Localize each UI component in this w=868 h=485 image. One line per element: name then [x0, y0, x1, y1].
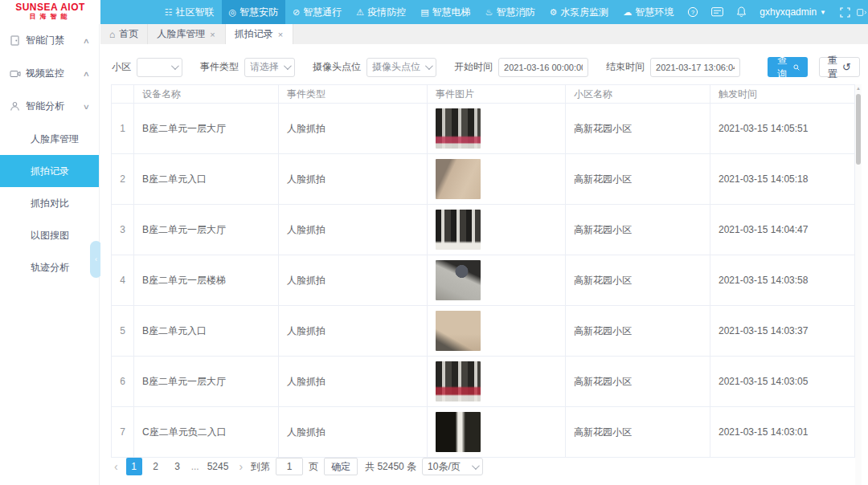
select-placeholder: 摄像头点位: [372, 60, 420, 74]
capture-thumbnail[interactable]: [436, 260, 481, 300]
nav-item-smart-fire[interactable]: ♨ 智慧消防: [478, 0, 542, 24]
header-event: 事件类型: [279, 85, 428, 104]
table-row[interactable]: 6 B座二单元一层大厅 人脸抓拍 高新花园小区 2021-03-15 14:03…: [112, 357, 855, 407]
goto-confirm-button[interactable]: 确定: [324, 458, 358, 475]
sidebar-item-capture-records[interactable]: 抓拍记录: [0, 155, 99, 187]
top-bar: SUNSEA AIOT 日海智能 ☷ 社区智联 ◎ 智慧安防 ⊘ 智慧通行 ⚠ …: [0, 0, 868, 24]
filter-bar: 小区 事件类型 请选择 摄像头点位 摄像头点位 开始时间 结束时间: [112, 57, 860, 77]
cell-device: B座二单元入口: [134, 154, 279, 205]
nav-item-smart-elevator[interactable]: ▤ 智慧电梯: [413, 0, 477, 24]
nav-label: 疫情防控: [367, 6, 406, 19]
header-index: [112, 85, 134, 104]
start-time-label: 开始时间: [454, 60, 493, 74]
camera-select[interactable]: 摄像头点位: [366, 58, 436, 77]
capture-records-table: 设备名称 事件类型 事件图片 小区名称 触发时间 1 B座二单元一层大厅 人脸抓…: [111, 84, 855, 458]
row-index: 7: [112, 407, 134, 458]
message-icon[interactable]: [705, 0, 729, 24]
nav-item-smart-security[interactable]: ◎ 智慧安防: [222, 0, 286, 24]
nav-item-smart-environment[interactable]: ☁ 智慧环境: [616, 0, 681, 24]
community-select[interactable]: [137, 58, 182, 77]
table-row[interactable]: 4 B座二单元一层楼梯 人脸抓拍 高新花园小区 2021-03-15 14:03…: [112, 255, 855, 306]
tab-label: 抓拍记录: [235, 27, 273, 41]
scrollbar-thumb[interactable]: [856, 94, 861, 165]
bell-icon[interactable]: [729, 0, 753, 24]
sidebar-item-track-analysis[interactable]: 轨迹分析: [0, 251, 99, 283]
chevron-down-icon: [171, 62, 179, 70]
tab-capture-records[interactable]: 抓拍记录 ×: [226, 24, 293, 44]
chevron-down-icon: [425, 62, 433, 70]
nav-item-pump-monitor[interactable]: ⚙ 水泵房监测: [542, 0, 616, 24]
nav-item-community-link[interactable]: ☷ 社区智联: [158, 0, 222, 24]
event-type-select[interactable]: 请选择: [244, 58, 295, 77]
sidebar-item-face-library[interactable]: 人脸库管理: [0, 123, 99, 155]
sidebar-item-video-monitor[interactable]: 视频监控 ∧: [0, 57, 99, 90]
capture-thumbnail[interactable]: [436, 361, 481, 401]
capture-thumbnail[interactable]: [436, 159, 481, 199]
next-page-icon[interactable]: ›: [236, 460, 245, 473]
cell-community: 高新花园小区: [566, 255, 710, 306]
logout-icon[interactable]: [857, 0, 868, 24]
header-time: 触发时间: [710, 85, 855, 104]
cell-time: 2021-03-15 14:05:51: [710, 104, 855, 154]
page-size-select[interactable]: 10条/页: [422, 458, 483, 475]
header-image: 事件图片: [428, 85, 566, 104]
goto-page-input[interactable]: [276, 458, 303, 475]
sidebar-item-access-control[interactable]: 智能门禁 ∧: [0, 24, 99, 57]
row-index: 3: [112, 205, 134, 255]
camera-filter-label: 摄像头点位: [313, 60, 361, 74]
table-scrollbar[interactable]: ▲: [855, 84, 862, 485]
cell-community: 高新花园小区: [566, 205, 710, 255]
cell-community: 高新花园小区: [566, 104, 710, 154]
sidebar-item-smart-analysis[interactable]: 智能分析 ∨: [0, 90, 99, 123]
close-icon[interactable]: ×: [277, 30, 284, 39]
reset-button[interactable]: 重置 ↺: [819, 57, 860, 77]
nav-label: 智慧安防: [240, 6, 278, 19]
sidebar-item-image-search[interactable]: 以图搜图: [0, 219, 99, 251]
page-button-3[interactable]: 3: [170, 458, 186, 475]
chevron-down-icon: [284, 62, 292, 70]
tab-home[interactable]: ⌂ 首页: [100, 24, 148, 44]
capture-thumbnail[interactable]: [436, 311, 481, 351]
table-row[interactable]: 1 B座二单元一层大厅 人脸抓拍 高新花园小区 2021-03-15 14:05…: [112, 104, 855, 154]
capture-thumbnail[interactable]: [436, 412, 481, 452]
cell-event: 人脸抓拍: [279, 205, 428, 255]
search-button[interactable]: 查询: [768, 57, 808, 77]
brand-name-cn: 日海智能: [0, 13, 100, 21]
tab-face-library[interactable]: 人脸库管理 ×: [148, 24, 225, 44]
start-time-input[interactable]: [498, 58, 588, 77]
cell-event: 人脸抓拍: [279, 154, 428, 205]
help-icon[interactable]: ?: [681, 0, 705, 24]
nav-label: 智慧通行: [303, 6, 342, 19]
fullscreen-icon[interactable]: [833, 0, 857, 24]
sidebar: 智能门禁 ∧ 视频监控 ∧ 智能分析 ∨ 人脸库管理 抓拍记录 抓拍对比 以图搜…: [0, 24, 100, 485]
tab-label: 首页: [119, 27, 138, 41]
search-button-label: 查询: [776, 54, 788, 81]
cell-time: 2021-03-15 14:03:01: [710, 407, 855, 458]
sidebar-item-label: 视频监控: [26, 67, 84, 80]
table-row[interactable]: 7 C座二单元负二入口 人脸抓拍 高新花园小区 2021-03-15 14:03…: [112, 407, 855, 458]
nav-label: 水泵房监测: [560, 6, 608, 19]
capture-thumbnail[interactable]: [436, 210, 481, 250]
brand-logo: SUNSEA AIOT 日海智能: [0, 0, 100, 24]
prev-page-icon[interactable]: ‹: [112, 460, 121, 473]
table-row[interactable]: 2 B座二单元入口 人脸抓拍 高新花园小区 2021-03-15 14:05:1…: [112, 154, 855, 205]
scroll-up-icon[interactable]: ▲: [855, 84, 862, 92]
nav-item-epidemic-control[interactable]: ⚠ 疫情防控: [349, 0, 413, 24]
top-nav: ☷ 社区智联 ◎ 智慧安防 ⊘ 智慧通行 ⚠ 疫情防控 ▤ 智慧电梯 ♨ 智慧消…: [158, 0, 868, 24]
close-icon[interactable]: ×: [209, 30, 215, 39]
page-button-2[interactable]: 2: [148, 458, 164, 475]
nav-item-smart-passage[interactable]: ⊘ 智慧通行: [285, 0, 349, 24]
select-placeholder: 请选择: [250, 60, 279, 74]
cell-time: 2021-03-15 14:03:37: [710, 306, 855, 357]
sidebar-item-capture-compare[interactable]: 抓拍对比: [0, 187, 99, 219]
capture-thumbnail[interactable]: [436, 108, 481, 149]
end-time-label: 结束时间: [606, 60, 645, 74]
page-ellipsis: ...: [191, 461, 199, 472]
page-button-last[interactable]: 5245: [205, 458, 231, 475]
user-menu[interactable]: gxhyxqadmin ▼: [753, 0, 833, 24]
table-row[interactable]: 5 B座二单元入口 人脸抓拍 高新花园小区 2021-03-15 14:03:3…: [112, 306, 855, 357]
page-button-1[interactable]: 1: [126, 458, 142, 475]
total-count-label: 共 52450 条: [365, 460, 416, 474]
table-row[interactable]: 3 B座二单元一层大厅 人脸抓拍 高新花园小区 2021-03-15 14:04…: [112, 205, 855, 255]
end-time-input[interactable]: [650, 58, 740, 77]
